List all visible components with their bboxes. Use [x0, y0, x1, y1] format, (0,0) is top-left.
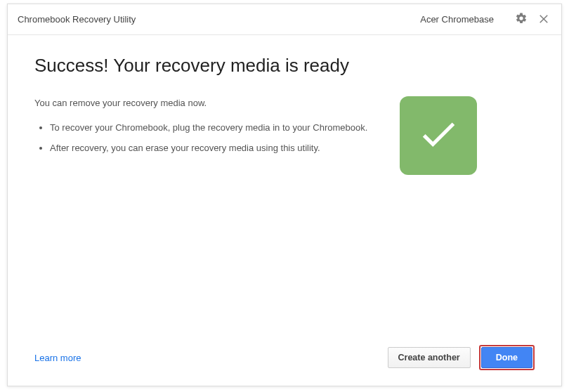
- app-header: Chromebook Recovery Utility Acer Chromeb…: [8, 4, 561, 35]
- device-name: Acer Chromebase: [420, 14, 494, 25]
- instructions: You can remove your recovery media now. …: [34, 96, 372, 161]
- settings-button[interactable]: [514, 12, 529, 27]
- gear-icon: [515, 12, 528, 27]
- intro-text: You can remove your recovery media now.: [34, 96, 372, 111]
- create-another-button[interactable]: Create another: [388, 347, 471, 368]
- close-button[interactable]: [536, 12, 551, 27]
- page-title: Success! Your recovery media is ready: [34, 55, 535, 77]
- instruction-list: To recover your Chromebook, plug the rec…: [34, 121, 372, 156]
- success-badge: [400, 96, 477, 175]
- main-content: Success! Your recovery media is ready Yo…: [8, 35, 561, 334]
- done-button[interactable]: Done: [481, 347, 532, 368]
- checkmark-icon: [417, 112, 460, 159]
- learn-more-link[interactable]: Learn more: [34, 353, 81, 363]
- close-icon: [537, 12, 550, 27]
- list-item: After recovery, you can erase your recov…: [50, 141, 372, 156]
- app-window: Chromebook Recovery Utility Acer Chromeb…: [7, 4, 562, 386]
- list-item: To recover your Chromebook, plug the rec…: [50, 121, 372, 136]
- done-button-highlight: Done: [479, 345, 535, 370]
- app-title: Chromebook Recovery Utility: [18, 14, 136, 25]
- footer: Learn more Create another Done: [8, 334, 561, 386]
